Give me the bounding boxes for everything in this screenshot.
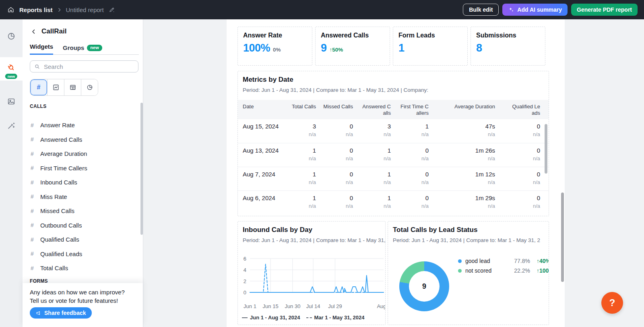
table-row[interactable]: Aug 15, 20243n/a0n/a3n/a1n/a47sn/a0n/a [238, 119, 549, 143]
metrics-table-column-header: Answered C alls [356, 100, 394, 119]
cell-compare-value: n/a [289, 179, 316, 185]
sidebar-scrollbar[interactable] [140, 103, 143, 235]
share-feedback-label: Share feedback [44, 310, 86, 316]
legend-delta: ↑40% [537, 258, 549, 264]
feedback-line1: Any ideas on how we can improve? [30, 288, 125, 296]
edit-pencil-icon[interactable] [108, 6, 116, 14]
table-row[interactable]: Aug 6, 20241n/a0n/a1n/a0n/a1m 29sn/a0n/a [238, 190, 549, 214]
cell-compare-value: n/a [498, 155, 540, 161]
table-scrollbar[interactable] [545, 124, 547, 174]
home-icon[interactable] [6, 5, 15, 14]
metrics-table-column-header: Date [243, 100, 289, 119]
y-axis-tick: 6 [244, 256, 246, 262]
cell-compare-value: n/a [356, 155, 391, 161]
report-canvas: Answer Rate100%0%Answered Calls9↑50%Form… [227, 19, 565, 327]
sidebar: CallRail Widgets Groups new # [23, 19, 143, 327]
megaphone-icon [35, 310, 41, 316]
filter-pie-chart-widgets-button[interactable] [81, 79, 98, 95]
share-feedback-button[interactable]: Share feedback [30, 307, 92, 319]
widget-list-item[interactable]: #Total Calls [23, 261, 143, 275]
filter-table-widgets-button[interactable] [64, 79, 81, 95]
cell-compare-value: n/a [498, 203, 540, 209]
widget-list-item[interactable]: #Qualified Calls [23, 232, 143, 247]
cell-value: Aug 6, 2024 [243, 195, 285, 201]
widget-list-item[interactable]: #Qualified Leads [23, 247, 143, 261]
hash-icon: # [31, 265, 35, 271]
hash-icon: # [31, 179, 35, 186]
widget-item-label: Outbound Calls [40, 222, 82, 229]
rail-ai-tools-item[interactable] [0, 114, 23, 137]
cell-value: 1 [356, 195, 391, 201]
metric-card[interactable]: Submissions8 [471, 27, 545, 66]
metrics-by-date-widget[interactable]: Metrics by Date Period: Jun 1 - Aug 31, … [237, 71, 549, 216]
image-icon [7, 97, 16, 106]
widget-list-item[interactable]: #First Time Callers [23, 161, 143, 176]
widget-list-item[interactable]: #Answer Rate [23, 118, 143, 132]
widget-list-item[interactable]: #Answered Calls [23, 132, 143, 147]
inbound-calls-by-day-widget[interactable]: Inbound Calls by Day Period: Jun 1 - Aug… [237, 221, 386, 325]
table-row[interactable]: Aug 13, 20241n/a0n/a1n/a0n/a1m 26sn/a0n/… [238, 143, 549, 167]
table-cell: 1m 26sn/a [432, 143, 498, 167]
search-box[interactable] [30, 60, 138, 72]
rail-widgets-item[interactable] [0, 25, 23, 48]
table-row[interactable]: Aug 7, 20241n/a0n/a1n/a0n/a1m 12sn/a0n/a [238, 167, 549, 190]
metric-card-value: 8 [476, 42, 482, 54]
search-input[interactable] [43, 63, 134, 70]
widget-item-label: First Time Callers [40, 165, 87, 172]
cell-value: 1 [289, 147, 316, 154]
cell-value: 47s [432, 123, 495, 130]
widget-list-item[interactable]: #Outbound Calls [23, 218, 143, 233]
widget-title: Total Calls by Lead Status [393, 226, 477, 234]
rail-integrations-item[interactable]: new [0, 57, 23, 81]
metric-card[interactable]: Answer Rate100%0% [237, 27, 312, 66]
widget-list-item[interactable]: #Average Duration [23, 147, 143, 161]
metric-card[interactable]: Form Leads1 [393, 27, 468, 66]
metrics-table-column-header: Total Calls [289, 100, 319, 119]
hash-icon: # [31, 236, 35, 243]
help-button[interactable]: ? [601, 292, 623, 314]
hash-icon: # [31, 122, 35, 128]
x-axis-tick: Jul 29 [328, 303, 342, 309]
widget-list-item[interactable]: #Miss Rate [23, 190, 143, 204]
cell-value: 0 [394, 171, 429, 178]
metric-card-value-row: 9↑50% [321, 42, 390, 54]
table-cell: 1n/a [394, 119, 432, 143]
cell-compare-value: n/a [432, 179, 495, 185]
bulk-edit-button[interactable]: Bulk edit [463, 4, 499, 16]
table-cell: 3n/a [289, 119, 319, 143]
legend-marker [306, 317, 312, 318]
main-scrollbar[interactable] [561, 192, 564, 282]
widget-list-item[interactable]: #Missed Calls [23, 204, 143, 218]
widget-item-label: Inbound Calls [40, 179, 77, 186]
add-ai-summary-button[interactable]: Add AI summary [502, 4, 568, 16]
cell-compare-value: n/a [394, 131, 429, 137]
breadcrumb-reports-list[interactable]: Reports list [19, 6, 53, 13]
total-calls-by-lead-status-widget[interactable]: Total Calls by Lead Status Period: Jun 1… [388, 221, 549, 325]
table-cell: 0n/a [498, 143, 543, 167]
x-axis-tick: Jul 14 [306, 303, 320, 309]
filter-line-chart-widgets-button[interactable] [47, 79, 64, 95]
series-line-dashed [250, 264, 384, 292]
tab-groups-label: Groups [63, 44, 84, 51]
hash-icon: # [31, 222, 35, 228]
metric-card-title: Submissions [476, 32, 545, 39]
legend-label: not scored [465, 267, 508, 274]
widget-item-label: Qualified Calls [40, 236, 79, 243]
tab-groups[interactable]: Groups new [63, 44, 102, 55]
tab-widgets[interactable]: Widgets [30, 43, 53, 55]
legend-item: good lead77.8%↑40% [458, 256, 549, 266]
cell-compare-value: n/a [394, 203, 429, 209]
metrics-table-column-header: Missed Calls [319, 100, 356, 119]
widget-list-item[interactable]: #Inbound Calls [23, 175, 143, 190]
cell-compare-value: n/a [356, 131, 391, 137]
widget-item-label: Qualified Leads [40, 250, 82, 257]
metric-card-value-row: 1 [398, 42, 467, 54]
back-chevron-icon[interactable] [30, 28, 37, 35]
search-icon [34, 64, 40, 70]
rail-images-item[interactable] [0, 90, 23, 113]
cell-value: Aug 13, 2024 [243, 147, 285, 154]
widget-title: Inbound Calls by Day [243, 226, 312, 234]
filter-number-widgets-button[interactable]: # [30, 79, 47, 95]
metric-card[interactable]: Answered Calls9↑50% [315, 27, 390, 66]
generate-pdf-button[interactable]: Generate PDF report [571, 4, 638, 16]
